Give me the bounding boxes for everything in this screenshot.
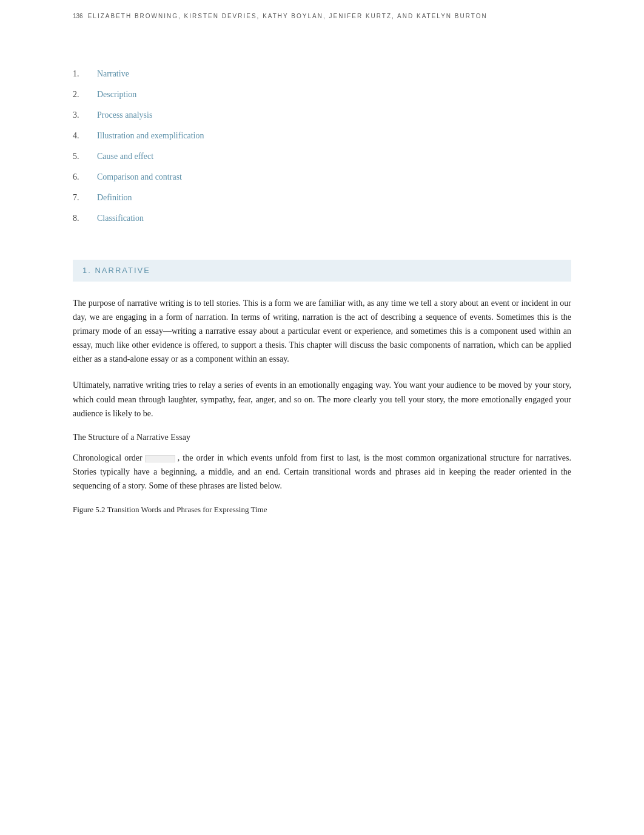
- paragraph-1: The purpose of narrative writing is to t…: [73, 296, 571, 366]
- list-item: 4. Illustration and exemplification: [73, 131, 571, 141]
- page-header: 136ELIZABETH BROWNING, KIRSTEN DEVRIES, …: [0, 0, 644, 27]
- section-heading-box: 1. NARRATIVE: [73, 260, 571, 282]
- paragraph-3: Chronological order, the order in which …: [73, 451, 571, 493]
- page: 136ELIZABETH BROWNING, KIRSTEN DEVRIES, …: [0, 0, 644, 835]
- author-line: ELIZABETH BROWNING, KIRSTEN DEVRIES, KAT…: [88, 13, 488, 19]
- toc-number: 7.: [73, 193, 97, 203]
- section-heading: 1. NARRATIVE: [82, 266, 150, 275]
- list-item: 5. Cause and effect: [73, 152, 571, 161]
- toc-link-description[interactable]: Description: [97, 90, 136, 100]
- list-item: 2. Description: [73, 90, 571, 100]
- chronological-term: Chronological order: [73, 453, 143, 462]
- toc-number: 1.: [73, 69, 97, 79]
- toc-number: 5.: [73, 152, 97, 161]
- toc-link-definition[interactable]: Definition: [97, 193, 132, 203]
- toc-link-narrative[interactable]: Narrative: [97, 69, 129, 79]
- paragraph-2: Ultimately, narrative writing tries to r…: [73, 378, 571, 420]
- toc-number: 6.: [73, 172, 97, 182]
- term-placeholder: [145, 455, 175, 462]
- toc-number: 3.: [73, 110, 97, 120]
- toc-link-process[interactable]: Process analysis: [97, 110, 152, 120]
- toc-number: 4.: [73, 131, 97, 141]
- content-area: 1. Narrative 2. Description 3. Process a…: [0, 27, 644, 551]
- toc-number: 2.: [73, 90, 97, 100]
- list-item: 7. Definition: [73, 193, 571, 203]
- toc-link-cause[interactable]: Cause and effect: [97, 152, 153, 161]
- list-item: 6. Comparison and contrast: [73, 172, 571, 182]
- toc-link-classification[interactable]: Classification: [97, 214, 144, 223]
- figure-caption: Figure 5.2 Transition Words and Phrases …: [73, 505, 571, 515]
- list-item: 1. Narrative: [73, 69, 571, 79]
- page-number: 136: [73, 13, 83, 19]
- list-item: 8. Classification: [73, 214, 571, 223]
- list-item: 3. Process analysis: [73, 110, 571, 120]
- toc-link-illustration[interactable]: Illustration and exemplification: [97, 131, 204, 141]
- toc-number: 8.: [73, 214, 97, 223]
- subheading-structure: The Structure of a Narrative Essay: [73, 433, 571, 442]
- toc-list: 1. Narrative 2. Description 3. Process a…: [73, 69, 571, 223]
- toc-link-comparison[interactable]: Comparison and contrast: [97, 172, 182, 182]
